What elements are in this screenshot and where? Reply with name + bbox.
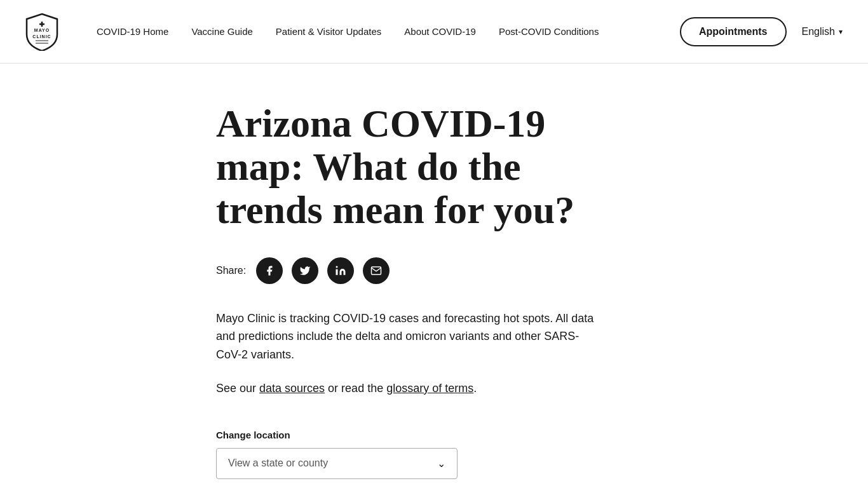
main-nav: COVID-19 Home Vaccine Guide Patient & Vi… xyxy=(97,26,599,37)
language-selector[interactable]: English ▾ xyxy=(802,26,843,37)
change-location-section: Change location View a state or county ⌄ xyxy=(216,430,483,479)
logo-area: MAYO CLINIC xyxy=(25,13,58,51)
share-twitter-button[interactable] xyxy=(292,257,318,284)
nav-post-covid[interactable]: Post-COVID Conditions xyxy=(499,26,599,37)
nav-about-covid[interactable]: About COVID-19 xyxy=(404,26,476,37)
svg-text:MAYO: MAYO xyxy=(34,28,50,32)
description-text: Mayo Clinic is tracking COVID-19 cases a… xyxy=(216,309,597,364)
linkedin-icon xyxy=(335,265,346,276)
email-icon xyxy=(370,265,382,276)
page-title: Arizona COVID-19 map: What do the trends… xyxy=(216,102,629,232)
mayo-clinic-logo: MAYO CLINIC xyxy=(25,13,58,51)
share-linkedin-button[interactable] xyxy=(327,257,354,284)
language-chevron-icon: ▾ xyxy=(839,27,843,36)
language-label: English xyxy=(802,26,835,37)
location-dropdown[interactable]: View a state or county ⌄ xyxy=(216,448,458,479)
links-row: See our data sources or read the glossar… xyxy=(216,379,597,398)
share-facebook-button[interactable] xyxy=(256,257,283,284)
svg-text:CLINIC: CLINIC xyxy=(32,34,51,39)
header-right: Appointments English ▾ xyxy=(680,17,843,46)
share-email-button[interactable] xyxy=(363,257,390,284)
links-suffix: . xyxy=(473,382,477,395)
glossary-link[interactable]: glossary of terms xyxy=(386,382,473,395)
site-header: MAYO CLINIC COVID-19 Home Vaccine Guide … xyxy=(0,0,868,64)
share-icons xyxy=(256,257,390,284)
share-row: Share: xyxy=(216,257,843,284)
share-label: Share: xyxy=(216,265,246,276)
facebook-icon xyxy=(264,265,275,276)
dropdown-chevron-icon: ⌄ xyxy=(437,458,445,470)
data-sources-link[interactable]: data sources xyxy=(259,382,325,395)
header-left: MAYO CLINIC COVID-19 Home Vaccine Guide … xyxy=(25,13,599,51)
twitter-icon xyxy=(299,265,311,276)
nav-patient-updates[interactable]: Patient & Visitor Updates xyxy=(276,26,381,37)
nav-covid-home[interactable]: COVID-19 Home xyxy=(97,26,168,37)
links-middle: or read the xyxy=(325,382,386,395)
links-prefix: See our xyxy=(216,382,259,395)
location-dropdown-placeholder: View a state or county xyxy=(228,458,328,469)
change-location-label: Change location xyxy=(216,430,483,440)
appointments-button[interactable]: Appointments xyxy=(680,17,787,46)
main-content: Arizona COVID-19 map: What do the trends… xyxy=(0,64,868,488)
svg-point-6 xyxy=(336,266,338,268)
nav-vaccine-guide[interactable]: Vaccine Guide xyxy=(191,26,252,37)
